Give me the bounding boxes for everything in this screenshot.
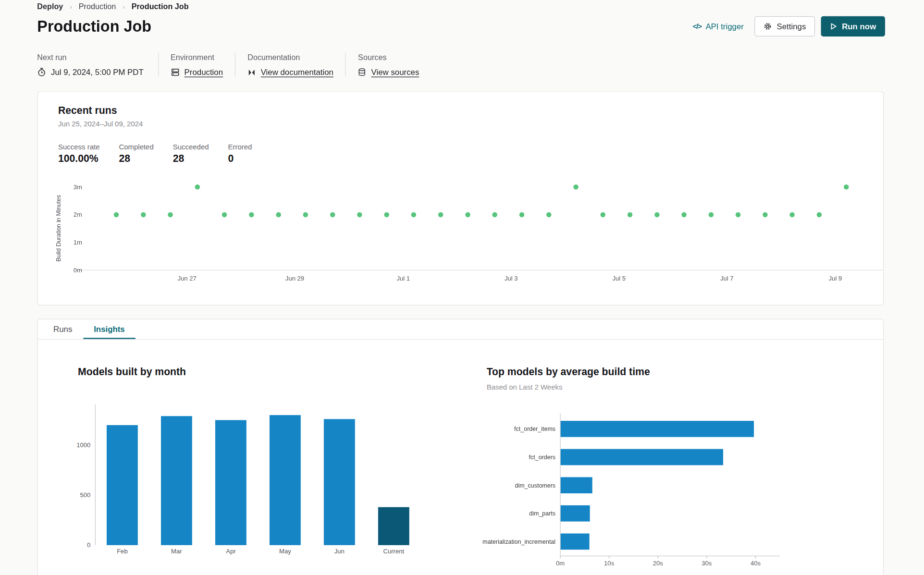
svg-text:10s: 10s [604, 560, 615, 567]
docs-icon [247, 68, 256, 76]
clock-icon [37, 68, 46, 77]
svg-text:dim_parts: dim_parts [529, 510, 555, 517]
environment-link[interactable]: Production [185, 68, 223, 77]
svg-text:Jul 9: Jul 9 [829, 275, 842, 282]
svg-text:Jun: Jun [334, 548, 345, 555]
run-now-label: Run now [842, 22, 876, 31]
svg-text:Jul 5: Jul 5 [612, 275, 626, 282]
chevron-right-icon: › [123, 2, 125, 10]
api-trigger-link[interactable]: </> API trigger [693, 22, 744, 31]
svg-text:dim_customers: dim_customers [515, 482, 556, 489]
database-icon [358, 68, 366, 77]
job-meta-row: Next run Jul 9, 2024, 5:00 PM PDT Enviro… [37, 53, 431, 77]
stat-errored: Errored 0 [228, 143, 252, 165]
run-duration-chart[interactable]: 0m1m2m3mJun 27Jun 29Jul 1Jul 3Jul 5Jul 7… [38, 163, 885, 304]
svg-text:Feb: Feb [117, 548, 128, 555]
svg-text:Apr: Apr [226, 548, 236, 555]
breadcrumb-production-job: Production Job [132, 2, 189, 11]
breadcrumb: Deploy › Production › Production Job [37, 2, 188, 11]
tab-runs[interactable]: Runs [43, 319, 83, 339]
top-models-chart: 0m10s20s30s40sfct_order_itemsfct_ordersd… [480, 407, 882, 575]
svg-text:Mar: Mar [171, 548, 182, 555]
svg-text:30s: 30s [702, 560, 712, 567]
recent-runs-stats: Success rate 100.00% Completed 28 Succee… [58, 143, 883, 165]
svg-text:Jul 1: Jul 1 [397, 275, 410, 282]
stat-completed: Completed 28 [119, 143, 153, 165]
meta-sources: Sources View sources [345, 53, 431, 77]
next-run-value: Jul 9, 2024, 5:00 PM PDT [51, 68, 144, 77]
svg-text:Jun 29: Jun 29 [285, 275, 304, 282]
tab-insights[interactable]: Insights [83, 319, 136, 339]
svg-text:40s: 40s [751, 560, 761, 567]
tab-strip: Runs Insights [38, 319, 884, 340]
sources-label: Sources [358, 53, 419, 62]
breadcrumb-deploy[interactable]: Deploy [37, 2, 63, 11]
svg-text:2m: 2m [74, 211, 82, 218]
view-documentation-link[interactable]: View documentation [261, 68, 333, 77]
environment-label: Environment [171, 53, 223, 62]
environment-icon [171, 68, 180, 77]
gear-icon [764, 22, 772, 30]
page: Deploy › Production › Production Job Pro… [0, 0, 924, 575]
svg-text:0: 0 [87, 541, 90, 549]
meta-environment: Environment Production [158, 53, 235, 77]
svg-text:500: 500 [80, 491, 90, 499]
view-sources-link[interactable]: View sources [371, 68, 419, 77]
svg-text:20s: 20s [653, 560, 664, 567]
header-actions: </> API trigger Settings Run now [693, 16, 885, 37]
svg-text:fct_orders: fct_orders [529, 454, 555, 461]
svg-text:Jul 3: Jul 3 [505, 275, 518, 282]
models-by-month-chart: 05001000FebMarAprMayJunCurrent [73, 395, 432, 569]
svg-text:3m: 3m [74, 184, 82, 191]
meta-documentation: Documentation View documentation [235, 53, 345, 77]
recent-runs-card: Recent runs Jun 25, 2024–Jul 09, 2024 Su… [37, 91, 884, 306]
svg-text:May: May [279, 548, 291, 555]
svg-text:1m: 1m [74, 239, 82, 246]
insights-panel: Models built by month 05001000FebMarAprM… [38, 340, 884, 575]
page-title: Production Job [37, 17, 151, 36]
svg-text:0m: 0m [556, 560, 565, 567]
stat-succeeded: Succeeded 28 [173, 143, 209, 165]
top-models-subtitle: Based on Last 2 Weeks [487, 383, 563, 391]
page-header: Production Job </> API trigger Settings … [37, 16, 885, 37]
breadcrumb-production[interactable]: Production [79, 2, 116, 11]
api-trigger-label: API trigger [705, 22, 744, 31]
recent-runs-title: Recent runs [58, 105, 883, 117]
documentation-label: Documentation [247, 53, 333, 62]
svg-text:Current: Current [383, 548, 405, 555]
meta-next-run: Next run Jul 9, 2024, 5:00 PM PDT [37, 53, 158, 77]
run-now-button[interactable]: Run now [821, 16, 885, 37]
svg-text:fct_order_items: fct_order_items [514, 426, 555, 432]
settings-label: Settings [777, 22, 806, 31]
svg-text:Jun 27: Jun 27 [178, 275, 197, 282]
svg-text:Jul 7: Jul 7 [720, 275, 734, 282]
recent-runs-date-range: Jun 25, 2024–Jul 09, 2024 [58, 120, 883, 128]
stat-success-rate: Success rate 100.00% [58, 143, 100, 165]
top-models-title: Top models by average build time [487, 366, 650, 378]
svg-text:1000: 1000 [76, 441, 90, 449]
settings-button[interactable]: Settings [754, 16, 815, 37]
svg-text:materialization_incremental: materialization_incremental [482, 538, 555, 545]
models-by-month-title: Models built by month [78, 366, 186, 378]
chevron-right-icon: › [70, 2, 72, 10]
svg-text:0m: 0m [74, 267, 82, 274]
job-detail-card: Runs Insights Models built by month 0500… [37, 318, 884, 575]
play-icon [830, 23, 837, 30]
svg-text:Build Duration in Minutes: Build Duration in Minutes [55, 195, 62, 262]
code-icon: </> [693, 22, 702, 30]
next-run-label: Next run [37, 53, 143, 62]
